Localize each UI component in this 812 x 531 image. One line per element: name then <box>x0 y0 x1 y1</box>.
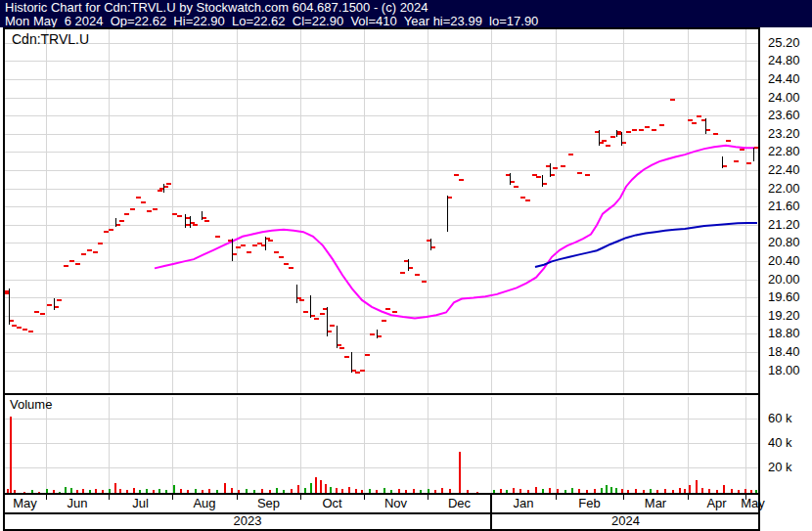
month-label: Jun <box>68 497 88 510</box>
price-panel <box>3 27 760 395</box>
month-tick <box>172 495 173 500</box>
month-tick <box>300 495 301 500</box>
volume-tick-label: 40 k <box>768 436 792 450</box>
month-label: Oct <box>322 497 341 510</box>
month-label: Sep <box>257 497 280 510</box>
volume-tick-label: 60 k <box>768 412 792 425</box>
month-tick <box>623 495 624 500</box>
month-tick <box>688 495 689 500</box>
price-tick-label: 19.60 <box>768 290 800 304</box>
year-label: 2023 <box>234 514 262 528</box>
year-axis-row <box>3 512 760 531</box>
month-label: Dec <box>448 497 471 510</box>
year-label: 2024 <box>611 514 640 528</box>
month-label: Aug <box>193 497 215 510</box>
month-label: May <box>13 497 37 510</box>
price-tick-label: 21.20 <box>768 218 800 232</box>
price-tick-label: 23.60 <box>768 109 800 122</box>
price-tick-label: 18.80 <box>768 327 800 340</box>
month-tick <box>364 495 365 500</box>
price-tick-label: 25.20 <box>768 36 800 50</box>
price-tick-label: 22.80 <box>768 145 800 158</box>
price-tick-label: 20.40 <box>768 254 800 268</box>
price-tick-label: 23.20 <box>768 127 800 141</box>
price-tick-label: 20.00 <box>768 273 800 287</box>
price-tick-label: 22.40 <box>768 163 800 177</box>
volume-panel <box>3 393 760 495</box>
price-tick-label: 24.80 <box>768 54 800 67</box>
symbol-label: Cdn:TRVL.U <box>12 32 89 46</box>
month-label: Nov <box>384 497 407 510</box>
price-tick-label: 20.80 <box>768 236 800 249</box>
month-tick <box>109 495 110 500</box>
price-tick-label: 19.20 <box>768 309 800 323</box>
chart-title: Historic Chart for Cdn:TRVL.U by Stockwa… <box>5 1 429 14</box>
price-tick-label: 21.60 <box>768 199 800 213</box>
quote-summary-line: Mon May 6 2024 Op=22.62 Hi=22.90 Lo=22.6… <box>5 15 538 27</box>
month-label: Feb <box>578 497 600 510</box>
price-tick-label: 24.40 <box>768 72 800 86</box>
month-tick <box>237 495 238 500</box>
volume-tick-label: 20 k <box>768 461 792 474</box>
year-separator <box>490 493 492 531</box>
price-tick-label: 18.00 <box>768 364 800 377</box>
month-label: Mar <box>645 497 666 510</box>
month-label: Jul <box>132 497 149 510</box>
volume-panel-label: Volume <box>10 398 52 412</box>
price-tick-label: 24.00 <box>768 91 800 105</box>
month-tick <box>46 495 47 500</box>
stock-chart-screen: Historic Chart for Cdn:TRVL.U by Stockwa… <box>0 0 812 531</box>
month-label: Jan <box>514 497 534 510</box>
month-label: May <box>741 497 765 510</box>
month-tick <box>556 495 557 500</box>
month-tick <box>428 495 429 500</box>
month-label: Apr <box>706 497 726 510</box>
price-tick-label: 18.40 <box>768 345 800 359</box>
price-tick-label: 22.00 <box>768 182 800 196</box>
